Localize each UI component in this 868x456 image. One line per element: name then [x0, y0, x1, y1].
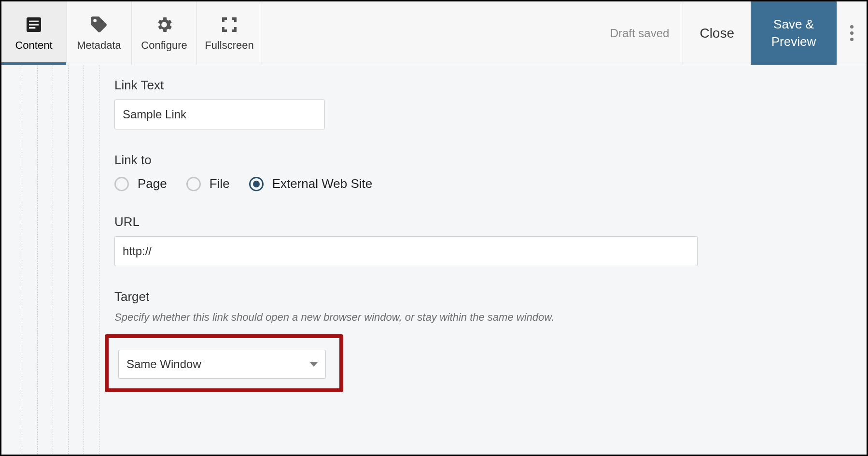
link-text-label: Link Text	[114, 78, 847, 93]
fullscreen-icon	[220, 15, 239, 34]
more-menu-button[interactable]	[837, 1, 867, 65]
link-to-radio-group: Page File External Web Site	[114, 176, 847, 191]
radio-page-label: Page	[138, 176, 167, 191]
save-line-1: Save &	[773, 16, 814, 33]
content-icon	[24, 15, 43, 34]
radio-file-circle	[186, 177, 201, 191]
url-label: URL	[114, 214, 847, 229]
svg-rect-1	[29, 20, 39, 22]
save-preview-button[interactable]: Save & Preview	[751, 1, 837, 65]
tab-fullscreen[interactable]: Fullscreen	[197, 1, 262, 65]
tree-gutters	[1, 65, 114, 455]
save-line-2: Preview	[771, 33, 816, 50]
kebab-icon	[850, 25, 854, 41]
target-select-value: Same Window	[126, 357, 201, 371]
tab-content[interactable]: Content	[1, 1, 67, 65]
tag-icon	[89, 15, 109, 34]
radio-file-label: File	[210, 176, 230, 191]
gear-icon	[154, 15, 174, 34]
tab-fullscreen-label: Fullscreen	[205, 39, 253, 52]
radio-page[interactable]: Page	[114, 176, 167, 191]
radio-page-circle	[114, 177, 129, 191]
radio-external[interactable]: External Web Site	[249, 176, 373, 191]
radio-file[interactable]: File	[186, 176, 230, 191]
link-text-input[interactable]	[114, 100, 325, 129]
tab-metadata[interactable]: Metadata	[67, 1, 132, 65]
chevron-down-icon	[310, 362, 318, 367]
tab-metadata-label: Metadata	[77, 39, 121, 52]
close-button[interactable]: Close	[683, 1, 751, 65]
url-input[interactable]	[114, 236, 698, 266]
tab-content-label: Content	[15, 39, 52, 52]
draft-status: Draft saved	[597, 1, 683, 65]
target-highlight: Same Window	[105, 334, 343, 392]
radio-external-label: External Web Site	[272, 176, 373, 191]
tab-configure[interactable]: Configure	[132, 1, 197, 65]
link-to-label: Link to	[114, 153, 847, 168]
target-label: Target	[114, 289, 847, 304]
tab-configure-label: Configure	[141, 39, 187, 52]
target-select[interactable]: Same Window	[118, 350, 326, 379]
svg-rect-2	[29, 24, 39, 25]
top-toolbar: Content Metadata Configure Fullscreen Dr…	[1, 1, 867, 65]
radio-external-circle	[249, 177, 264, 191]
target-help: Specify whether this link should open a …	[114, 311, 847, 324]
svg-rect-3	[29, 27, 35, 28]
